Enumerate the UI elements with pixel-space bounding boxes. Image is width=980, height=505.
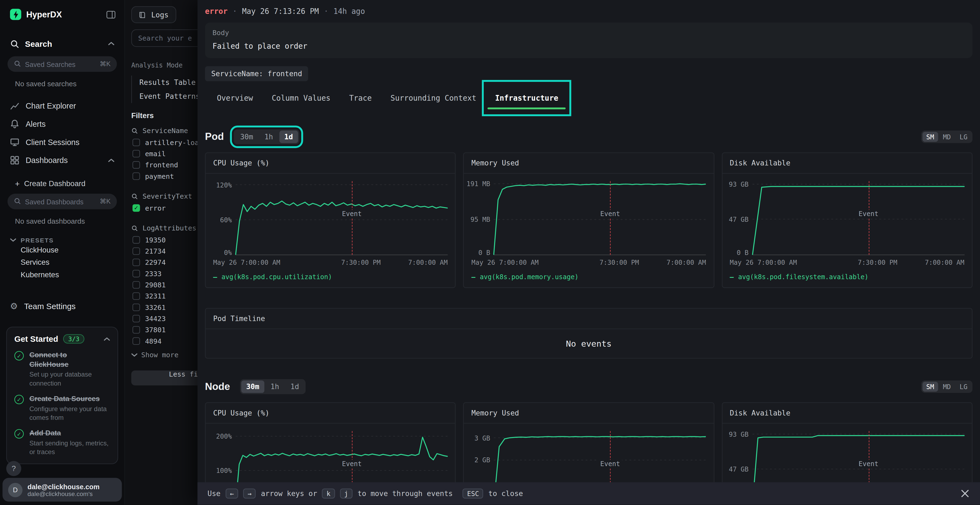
y-axis-label: 200%: [208, 432, 232, 440]
checkbox-32311[interactable]: [132, 292, 140, 300]
chart-plot-node-disk: 93 GB47 GB0 BEvent: [752, 431, 964, 482]
hyperdx-logo-icon: [10, 9, 21, 20]
tab-column-values[interactable]: Column Values: [262, 84, 340, 113]
chart-card-node-cpu: CPU Usage (%)200%100%0%EventMay 26 7:00:…: [205, 402, 456, 483]
search-icon: [131, 193, 138, 199]
x-axis-label-start: May 26 7:00:00 AM: [213, 259, 280, 266]
user-menu[interactable]: D dale@clickhouse.com dale@clickhouse.co…: [2, 478, 122, 502]
node-time-range-group: 30m1h1d: [240, 379, 305, 394]
filter-group-name: LogAttributes: [142, 224, 196, 232]
legend-series-name: avg(k8s.pod.filesystem.available): [738, 273, 869, 281]
pod-section-title: Pod: [205, 131, 224, 142]
pod-sizes-md[interactable]: MD: [939, 132, 955, 142]
y-axis-label: 120%: [208, 181, 232, 189]
node-sizes-md[interactable]: MD: [939, 382, 955, 392]
x-axis-label-mid: 7:30:00 PM: [858, 259, 897, 266]
separator-dot: ·: [232, 7, 237, 16]
avatar: D: [8, 483, 22, 497]
nav-label: Client Sessions: [25, 138, 80, 146]
node-ranges-1h[interactable]: 1h: [266, 380, 284, 393]
source-select-button[interactable]: Logs: [131, 6, 176, 23]
pod-sizes-lg[interactable]: LG: [956, 132, 971, 142]
collapse-sidebar-icon[interactable]: [106, 10, 115, 19]
checkbox-error[interactable]: ✓: [132, 204, 140, 212]
get-started-header[interactable]: Get Started 3/3: [14, 334, 110, 343]
team-settings-button[interactable]: ⚙ Team Settings: [0, 299, 124, 313]
checkbox-email[interactable]: [132, 150, 140, 157]
filter-option-label: 33261: [145, 303, 166, 311]
pod-sizes-sm[interactable]: SM: [923, 132, 938, 142]
tab-surrounding-context[interactable]: Surrounding Context: [381, 84, 486, 113]
create-dashboard-button[interactable]: + Create Dashboard: [0, 178, 124, 190]
filter-option-label: frontend: [145, 161, 178, 169]
pod-ranges-30m[interactable]: 30m: [235, 130, 258, 143]
hint-text: arrow keys or: [261, 489, 317, 498]
user-email: dale@clickhouse.com: [27, 483, 100, 490]
checkbox-frontend[interactable]: [132, 161, 140, 169]
checkbox-37801[interactable]: [132, 326, 140, 333]
checkbox-4894[interactable]: [132, 337, 140, 345]
esc-key: ESC: [463, 488, 484, 499]
preset-services[interactable]: Services: [0, 258, 124, 270]
search-section-label: Search: [25, 39, 52, 48]
chart-title-pod-cpu: CPU Usage (%): [205, 153, 455, 173]
get-started-item-add-data[interactable]: ✓ Add Data Start sending logs, metrics, …: [14, 429, 110, 457]
get-started-item-connect[interactable]: ✓ Connect to ClickHouse Set up your data…: [14, 351, 110, 387]
x-axis: May 26 7:00:00 AM7:30:00 PM7:00:00 AM: [471, 259, 706, 267]
sidebar-item-chart-explorer[interactable]: Chart Explorer: [0, 97, 124, 115]
y-axis-label: 47 GB: [725, 465, 748, 473]
checkbox-29081[interactable]: [132, 281, 140, 289]
close-icon[interactable]: [960, 488, 970, 499]
y-axis-label: 3 GB: [466, 434, 490, 441]
help-button[interactable]: ?: [6, 461, 21, 476]
pod-ranges-1h[interactable]: 1h: [259, 130, 278, 143]
filter-option-label: 19350: [145, 236, 166, 244]
filter-option-label: 37801: [145, 326, 166, 334]
sidebar-item-dashboards[interactable]: Dashboards: [0, 151, 124, 170]
y-axis-label: 93 GB: [725, 430, 748, 438]
checkbox-payment[interactable]: [132, 173, 140, 180]
checkbox-22974[interactable]: [132, 259, 140, 266]
body-value: Failed to place order: [213, 42, 965, 51]
node-ranges-30m[interactable]: 30m: [241, 380, 264, 393]
sidebar-item-client-sessions[interactable]: Client Sessions: [0, 133, 124, 151]
get-started-item-subtitle: Start sending logs, metrics, or traces: [29, 440, 110, 457]
sidebar-item-alerts[interactable]: Alerts: [0, 115, 124, 133]
checkbox-2333[interactable]: [132, 270, 140, 278]
node-ranges-1d[interactable]: 1d: [285, 380, 304, 393]
node-sizes-sm[interactable]: SM: [923, 382, 938, 392]
node-charts-row: CPU Usage (%)200%100%0%EventMay 26 7:00:…: [205, 402, 972, 483]
checkbox-21734[interactable]: [132, 247, 140, 255]
x-axis-label-end: 7:00:00 AM: [667, 259, 706, 266]
x-axis-label-mid: 7:30:00 PM: [341, 259, 380, 266]
pod-section-header: Pod 30m1h1d SMMDLG: [205, 127, 972, 146]
saved-dashboards-shortcut: ⌘K: [100, 197, 111, 205]
presets-toggle[interactable]: PRESETS: [0, 234, 124, 245]
legend-swatch: —: [730, 273, 734, 281]
service-name-tag[interactable]: ServiceName: frontend: [205, 66, 309, 81]
chart-card-node-memory: Memory Used3 GB2 GB0 BEventMay 26 7:00:0…: [463, 402, 714, 483]
get-started-item-sources[interactable]: ✓ Create Data Sources Configure where yo…: [14, 394, 110, 422]
event-body-panel: Body Failed to place order: [205, 22, 972, 58]
checkbox-33261[interactable]: [132, 304, 140, 311]
checkbox-19350[interactable]: [132, 236, 140, 244]
checkbox-34423[interactable]: [132, 315, 140, 322]
event-severity: error: [205, 7, 228, 16]
nav-label: Dashboards: [25, 156, 68, 165]
tab-infrastructure[interactable]: Infrastructure: [486, 84, 568, 113]
y-axis-label: 2 GB: [466, 456, 490, 464]
chart-plot-pod-disk: 93 GB47 GB0 BEvent: [752, 181, 964, 255]
search-section-header[interactable]: Search: [0, 35, 124, 52]
preset-kubernetes[interactable]: Kubernetes: [0, 270, 124, 283]
event-marker-line: [610, 181, 611, 255]
filter-option-label: 4894: [145, 337, 162, 345]
preset-clickhouse[interactable]: ClickHouse: [0, 245, 124, 258]
filter-option-label: error: [145, 204, 166, 212]
tab-overview[interactable]: Overview: [207, 84, 262, 113]
checkbox-artillery-loa[interactable]: [132, 139, 140, 146]
node-sizes-lg[interactable]: LG: [956, 382, 971, 392]
pod-ranges-1d[interactable]: 1d: [279, 130, 298, 143]
tab-trace[interactable]: Trace: [340, 84, 381, 113]
y-axis-label: 191 MB: [466, 180, 490, 188]
j-key: j: [340, 488, 353, 499]
